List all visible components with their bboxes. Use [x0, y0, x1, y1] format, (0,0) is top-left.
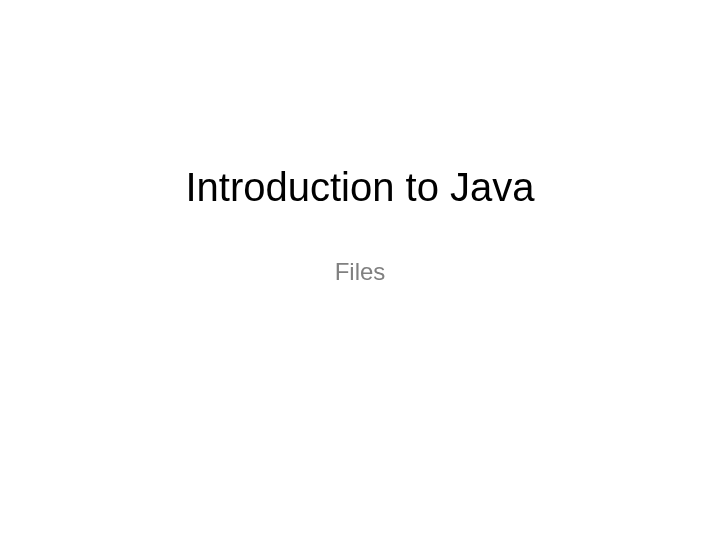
- slide-title: Introduction to Java: [185, 165, 534, 210]
- slide-subtitle: Files: [335, 258, 386, 286]
